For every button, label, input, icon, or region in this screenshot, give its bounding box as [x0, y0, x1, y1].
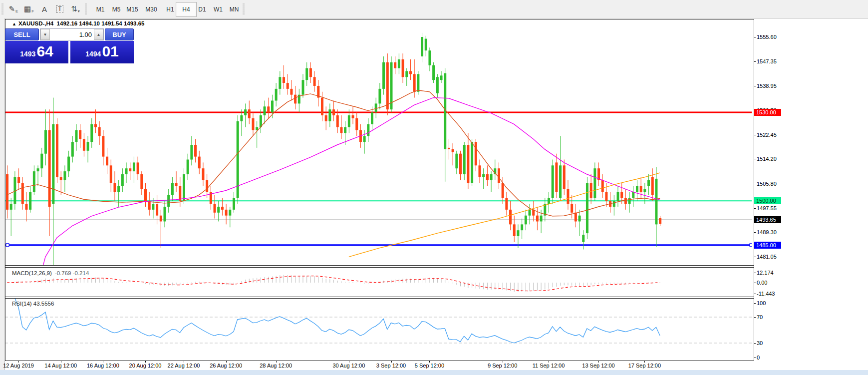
rsi-axis-tick: [754, 303, 756, 304]
time-axis-label: 16 Aug 12:00: [87, 363, 119, 369]
macd-axis-label: 12.174: [757, 270, 774, 276]
timeframe-button-mn[interactable]: MN: [224, 2, 245, 17]
time-axis-label: 17 Sep 12:00: [628, 363, 661, 369]
price-axis-label: 1481.05: [757, 254, 777, 260]
ask-whole: 1494: [85, 50, 101, 58]
volume-increase-button[interactable]: ▲: [94, 29, 103, 40]
line-handle[interactable]: [6, 244, 9, 247]
toolbar-drag-handle[interactable]: [85, 2, 87, 15]
sell-button[interactable]: SELL: [5, 28, 39, 40]
one-click-trading-panel: SELL ▼ ▲ BUY 1493 64 1494 01: [5, 28, 134, 63]
toolbar: ✎E▦FAT⇅▾M1M5M15M30H1H4D1W1MN: [0, 0, 868, 19]
price-axis-tick: [754, 37, 756, 37]
rsi-axis-tick: [754, 317, 756, 318]
status-strip: [0, 370, 868, 375]
ask-price-box[interactable]: 1494 01: [70, 41, 134, 63]
time-axis-label: 3 Sep 12:00: [376, 363, 406, 369]
timeframe-button-m15[interactable]: M15: [122, 2, 143, 17]
time-axis-label: 9 Sep 12:00: [488, 363, 517, 369]
rsi-axis-label: 100: [757, 300, 766, 306]
chart-border-left: [5, 19, 5, 361]
macd-axis-tick: [754, 294, 756, 294]
price-axis-label: 1514.20: [757, 156, 777, 162]
price-axis-label: 1489.30: [757, 229, 777, 235]
price-axis-line: [754, 19, 754, 361]
time-axis-label: 12 Aug 2019: [3, 363, 34, 369]
chart-canvas[interactable]: [5, 19, 754, 361]
volume-input[interactable]: [50, 29, 94, 40]
rsi-axis-tick: [754, 343, 756, 344]
bid-pips: 64: [36, 44, 53, 59]
symbol-header: ▲XAUUSD-,H4 1492.16 1494.10 1491.54 1493…: [12, 20, 144, 26]
timeframe-button-m30[interactable]: M30: [141, 2, 162, 17]
price-axis-tick: [754, 86, 756, 86]
price-axis-tick: [754, 257, 756, 257]
price-axis-label: 1505.80: [757, 181, 777, 187]
pane-splitter-main-macd[interactable]: [5, 267, 754, 268]
time-axis-label: 14 Aug 12:00: [44, 363, 77, 369]
bid-price-box[interactable]: 1493 64: [5, 41, 68, 63]
volume-stepper: ▼ ▲: [40, 28, 104, 40]
macd-axis-label: 0.00: [757, 280, 767, 286]
macd-values: -0.769 -0.214: [55, 270, 89, 276]
rsi-axis-label: 70: [757, 314, 763, 320]
crosshair-e-icon[interactable]: ✎E: [6, 2, 21, 16]
pane-splitter-macd-rsi[interactable]: [5, 298, 754, 299]
rsi-axis-label: 0: [757, 355, 760, 361]
price-axis-tick: [754, 232, 756, 233]
price-axis-tick: [754, 208, 756, 209]
rsi-axis-label: 30: [757, 340, 763, 346]
symbol-name: XAUUSD-,H4: [18, 20, 53, 26]
price-axis-label: 1547.35: [757, 58, 777, 64]
price-axis-tick: [754, 159, 756, 159]
pane-splitter-main-macd[interactable]: [5, 265, 754, 266]
main-price-pane: [5, 33, 753, 287]
buy-button[interactable]: BUY: [105, 28, 134, 40]
ohlc-values: 1492.16 1494.10 1491.54 1493.65: [57, 20, 145, 26]
price-tag-1530.00: 1530.00: [754, 109, 781, 116]
rsi-line: [11, 298, 660, 343]
time-axis-label: 26 Aug 12:00: [210, 363, 242, 369]
time-axis-label: 11 Sep 12:00: [533, 363, 565, 369]
macd-axis-tick: [754, 283, 756, 283]
price-axis-label: 1497.55: [757, 205, 777, 211]
macd-label: MACD(12,26,9)-0.769 -0.214: [12, 270, 89, 276]
rsi-label: RSI(14) 43.5556: [12, 301, 54, 307]
price-axis-label: 1538.95: [757, 83, 777, 89]
price-axis-tick: [754, 184, 756, 184]
time-axis-label: 5 Sep 12:00: [415, 363, 444, 369]
pane-border: [5, 19, 754, 19]
price-tag-1500.00: 1500.00: [754, 197, 781, 204]
price-tag-1493.65: 1493.65: [754, 216, 781, 223]
rsi-pane: [5, 298, 752, 343]
toolbar-drag-handle[interactable]: [243, 2, 245, 15]
pane-splitter-macd-rsi[interactable]: [5, 297, 754, 297]
collapse-arrow-icon[interactable]: ▲: [12, 21, 16, 26]
metatrader-window: ✎E▦FAT⇅▾M1M5M15M30H1H4D1W1MN ▲XAUUSD-,H4…: [0, 0, 868, 375]
grid-f-icon[interactable]: ▦F: [21, 2, 36, 16]
line-handle[interactable]: [750, 244, 753, 247]
time-axis-border: [5, 361, 754, 361]
time-axis-label: 22 Aug 12:00: [168, 363, 200, 369]
volume-decrease-button[interactable]: ▼: [40, 29, 50, 40]
bid-whole: 1493: [20, 50, 35, 58]
time-axis-label: 30 Aug 12:00: [332, 363, 365, 369]
macd-pane: [7, 275, 660, 292]
text-box-icon[interactable]: T: [52, 2, 67, 16]
price-axis-label: 1555.60: [757, 34, 777, 40]
macd-axis-label: -11.443: [757, 291, 775, 297]
ask-pips: 01: [102, 44, 118, 59]
price-axis-label: 1522.45: [757, 132, 777, 138]
rsi-axis-tick: [754, 358, 756, 358]
time-axis-label: 13 Sep 12:00: [582, 363, 614, 369]
toolbar-drag-handle[interactable]: [1, 2, 3, 15]
text-label-icon[interactable]: A: [37, 2, 52, 16]
arrows-dropdown-icon[interactable]: ⇅▾: [68, 2, 83, 16]
price-axis-tick: [754, 135, 756, 135]
macd-signal-line: [7, 276, 660, 291]
time-axis-label: 20 Aug 12:00: [129, 363, 162, 369]
price-axis-tick: [754, 61, 756, 62]
macd-axis-tick: [754, 273, 756, 273]
price-tag-1485.00: 1485.00: [754, 242, 781, 249]
candles: [6, 33, 661, 266]
